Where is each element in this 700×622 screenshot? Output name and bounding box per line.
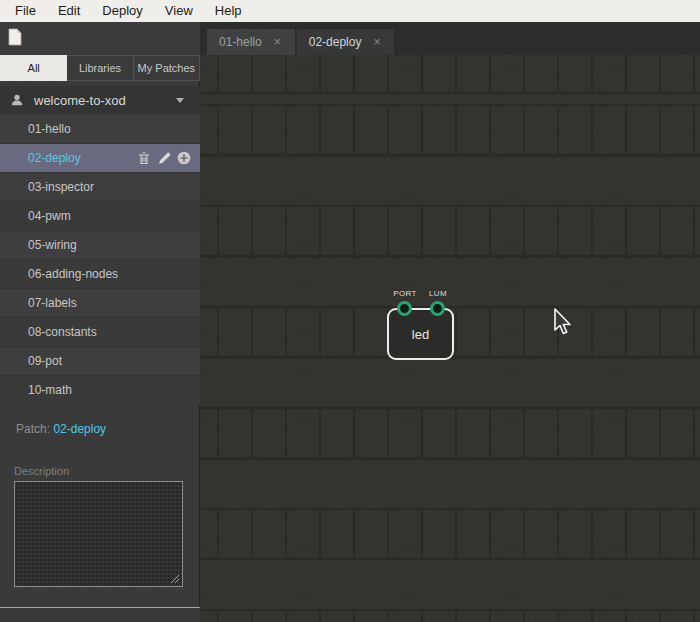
patch-item-06-adding-nodes[interactable]: 06-adding-nodes	[0, 260, 200, 289]
project-selector[interactable]: welcome-to-xod	[0, 86, 200, 114]
add-circle-icon	[177, 151, 191, 165]
pin-lum[interactable]	[430, 301, 445, 316]
editor-tab-bar: 01-hello × 02-deploy ×	[200, 22, 700, 55]
patch-item-label: 10-math	[28, 383, 72, 397]
sidebar: All Libraries My Patches welcome-to-xod …	[0, 22, 200, 622]
patch-row-actions	[136, 150, 192, 166]
patch-item-label: 09-pot	[28, 354, 62, 368]
patch-item-label: 06-adding-nodes	[28, 267, 118, 281]
menu-view[interactable]: View	[155, 0, 203, 22]
pin-label-port: PORT	[388, 289, 422, 298]
menu-bar: File Edit Deploy View Help	[0, 0, 700, 22]
menu-deploy[interactable]: Deploy	[92, 0, 152, 22]
menu-edit[interactable]: Edit	[48, 0, 90, 22]
sidebar-footer	[0, 607, 200, 622]
editor-tab-01-hello[interactable]: 01-hello ×	[207, 29, 295, 55]
patch-item-04-pwm[interactable]: 04-pwm	[0, 202, 200, 231]
pencil-icon	[158, 152, 171, 165]
filter-tab-libraries[interactable]: Libraries	[67, 55, 133, 81]
pin-port[interactable]	[397, 301, 412, 316]
patch-item-09-pot[interactable]: 09-pot	[0, 347, 200, 376]
rename-patch-button[interactable]	[156, 150, 172, 166]
patch-item-07-labels[interactable]: 07-labels	[0, 289, 200, 318]
patch-item-01-hello[interactable]: 01-hello	[0, 115, 200, 144]
new-document-icon	[8, 28, 22, 46]
tab-label: 02-deploy	[309, 35, 362, 49]
patch-list: 01-hello 02-deploy	[0, 115, 200, 405]
mouse-cursor	[553, 308, 575, 338]
user-icon	[10, 93, 24, 107]
patch-item-02-deploy[interactable]: 02-deploy	[0, 144, 200, 173]
current-patch-info: Patch: 02-deploy	[16, 422, 106, 436]
trash-icon	[138, 152, 150, 165]
description-label: Description	[14, 465, 69, 477]
menu-help[interactable]: Help	[205, 0, 252, 22]
patch-item-label: 02-deploy	[28, 151, 81, 165]
new-patch-button[interactable]	[8, 28, 22, 46]
filter-tab-all[interactable]: All	[0, 55, 67, 81]
close-tab-icon[interactable]: ×	[371, 35, 382, 49]
menu-file[interactable]: File	[5, 0, 46, 22]
pin-label-lum: LUM	[421, 289, 455, 298]
patch-canvas[interactable]: PORT LUM led	[200, 55, 700, 622]
tab-label: 01-hello	[219, 35, 262, 49]
delete-patch-button[interactable]	[136, 150, 152, 166]
filter-tab-my-patches[interactable]: My Patches	[134, 55, 200, 81]
patch-item-label: 01-hello	[28, 122, 71, 136]
patch-item-08-constants[interactable]: 08-constants	[0, 318, 200, 347]
patch-item-05-wiring[interactable]: 05-wiring	[0, 231, 200, 260]
patch-info-value[interactable]: 02-deploy	[53, 422, 106, 436]
chevron-down-icon	[176, 98, 184, 103]
editor-tab-02-deploy[interactable]: 02-deploy ×	[297, 29, 395, 55]
sidebar-toolbar	[0, 22, 200, 56]
patch-info-label: Patch:	[16, 422, 50, 436]
close-tab-icon[interactable]: ×	[272, 35, 283, 49]
patch-item-label: 04-pwm	[28, 209, 71, 223]
patch-item-label: 08-constants	[28, 325, 97, 339]
description-input[interactable]	[14, 481, 183, 587]
node-label: led	[412, 327, 429, 342]
patch-item-label: 03-inspector	[28, 180, 94, 194]
patch-item-03-inspector[interactable]: 03-inspector	[0, 173, 200, 202]
patch-item-10-math[interactable]: 10-math	[0, 376, 200, 405]
add-patch-button[interactable]	[176, 150, 192, 166]
sidebar-filter-tabs: All Libraries My Patches	[0, 55, 200, 81]
patch-item-label: 07-labels	[28, 296, 77, 310]
node-led[interactable]: PORT LUM led	[387, 308, 454, 360]
project-name: welcome-to-xod	[34, 93, 176, 108]
patch-item-label: 05-wiring	[28, 238, 77, 252]
